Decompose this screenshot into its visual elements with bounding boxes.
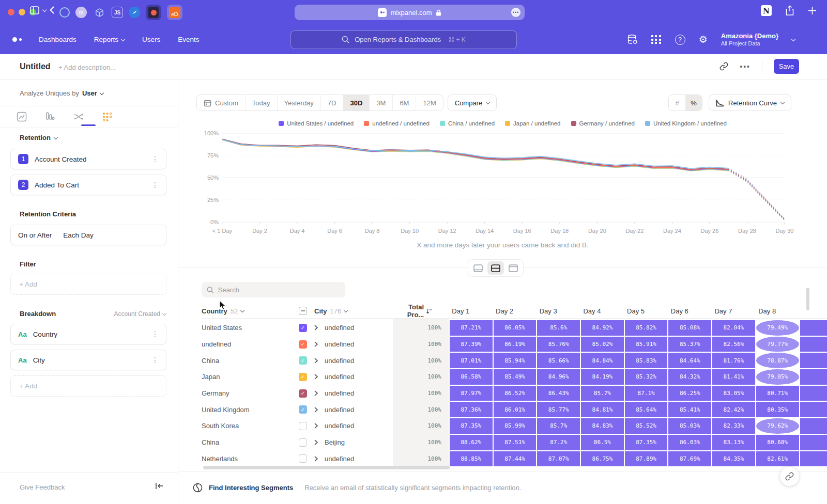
cell-retention-value[interactable]: 86.19% — [494, 337, 537, 352]
table-row[interactable]: United States✓undefined100%87.21%86.05%8… — [202, 320, 827, 336]
cell-retention-value[interactable]: 85.41% — [668, 402, 711, 417]
cell-retention-value[interactable]: 80.71% — [756, 386, 799, 401]
add-filter-button[interactable]: + Add — [10, 274, 166, 295]
nav-item-events[interactable]: Events — [178, 36, 199, 43]
kebab-menu-icon[interactable]: ⋮ — [151, 330, 159, 338]
kebab-menu-icon[interactable]: ⋮ — [151, 356, 159, 364]
help-icon[interactable]: ? — [675, 35, 685, 45]
table-row[interactable]: United Kingdom✓undefined100%87.36%86.01%… — [202, 402, 827, 417]
table-row[interactable]: China✓undefined100%87.01%85.94%85.66%84.… — [202, 353, 827, 368]
cell-retention-value[interactable]: 87.1% — [625, 386, 668, 401]
cell-retention-value[interactable]: 86.43% — [537, 386, 580, 401]
cell-retention-value[interactable]: 85.91% — [625, 337, 668, 352]
table-row[interactable]: Netherlandsundefined100%88.85%87.44%87.0… — [202, 451, 827, 467]
nav-item-users[interactable]: Users — [142, 36, 160, 43]
row-checkbox-checked[interactable]: ✓ — [299, 389, 307, 398]
series-line[interactable] — [222, 139, 728, 169]
cell-retention-value[interactable]: 84.35% — [712, 451, 755, 467]
range-3m[interactable]: 3M — [370, 95, 393, 111]
cell-retention-value[interactable]: 87.01% — [450, 353, 493, 368]
cell-retention-value[interactable]: 84.19% — [581, 369, 624, 385]
breakdown-city[interactable]: Aa City ⋮ — [10, 350, 166, 370]
column-header-total[interactable]: Total Pro... — [393, 303, 438, 319]
row-checkbox-checked[interactable]: ✓ — [299, 405, 307, 414]
segments-title[interactable]: Find Interesting Segments — [209, 484, 293, 492]
table-search[interactable] — [202, 282, 345, 297]
legend-item[interactable]: Japan / undefined — [505, 120, 560, 127]
cell-retention-value[interactable]: 87.51% — [494, 435, 537, 450]
table-row[interactable]: South Koreaundefined100%87.35%85.99%85.7… — [202, 418, 827, 434]
column-header-day-5[interactable]: Day 5 — [615, 307, 657, 315]
retention-line-chart[interactable]: 100%75%50%25%0%< 1 DayDay 2Day 4Day 6Day… — [202, 130, 801, 240]
collapse-sidebar-icon[interactable] — [155, 482, 163, 490]
table-row[interactable]: Germany✓undefined100%87.97%86.52%86.43%8… — [202, 386, 827, 401]
cell-retention-value[interactable]: 80.68% — [756, 435, 799, 450]
cell-retention-value[interactable]: 87.97% — [450, 386, 493, 401]
cell-retention-value[interactable]: 87.21% — [450, 320, 493, 336]
cell-retention-value[interactable]: 84.32% — [668, 369, 711, 385]
cell-retention-value[interactable]: 84.92% — [581, 320, 624, 336]
give-feedback-link[interactable]: Give Feedback — [20, 483, 65, 491]
cell-retention-value[interactable]: 87.36% — [450, 402, 493, 417]
layout-split-button[interactable] — [487, 261, 504, 275]
cell-retention-value[interactable]: 87.89% — [625, 451, 668, 467]
cell-retention-value[interactable]: 87.44% — [494, 451, 537, 467]
legend-item[interactable]: United States / undefined — [279, 120, 354, 127]
layout-chart-only-button[interactable] — [470, 261, 486, 275]
expand-chevron-icon[interactable] — [314, 390, 325, 396]
tab-flows[interactable] — [70, 109, 87, 124]
cell-retention-value[interactable]: 82.56% — [712, 337, 755, 352]
notion-extension-icon[interactable]: N — [761, 5, 772, 16]
pinned-tab-dark-icon[interactable] — [146, 5, 161, 20]
column-header-day-4[interactable]: Day 4 — [571, 307, 614, 315]
extension-globe-icon[interactable] — [129, 7, 140, 18]
cell-retention-value[interactable]: 85.08% — [668, 320, 711, 336]
analyze-value[interactable]: User — [82, 89, 97, 97]
cell-retention-value[interactable]: 85.03% — [668, 418, 711, 434]
cell-retention-value[interactable]: 87.39% — [450, 337, 493, 352]
legend-item[interactable]: undefined / undefined — [364, 120, 430, 127]
cell-retention-value[interactable]: 82.42% — [712, 402, 755, 417]
cell-retention-value[interactable]: 87.2% — [537, 435, 580, 450]
row-checkbox-checked[interactable]: ✓ — [299, 340, 307, 349]
step-event-name[interactable]: Added To Cart — [35, 181, 79, 189]
column-header-day-3[interactable]: Day 3 — [527, 307, 570, 315]
cell-retention-value[interactable]: 85.83% — [625, 353, 668, 368]
mixpanel-logo[interactable] — [12, 37, 22, 42]
data-management-icon[interactable] — [627, 34, 638, 45]
expand-chevron-icon[interactable] — [314, 439, 325, 445]
column-header-country[interactable]: Country 52 — [202, 307, 299, 315]
extension-cube-icon[interactable] — [93, 6, 106, 19]
report-description-placeholder[interactable]: + Add description... — [58, 64, 116, 71]
extension-m-icon[interactable]: m — [75, 7, 87, 18]
extension-ring-icon[interactable] — [59, 7, 70, 18]
retention-step-2[interactable]: 2 Added To Cart ⋮ — [10, 175, 166, 195]
cell-retention-value[interactable]: 85.32% — [625, 369, 668, 385]
column-header-day-8[interactable]: Day 8 — [746, 307, 789, 315]
minimize-window-button[interactable] — [19, 9, 25, 15]
range-12m[interactable]: 12M — [416, 95, 442, 111]
nav-item-dashboards[interactable]: Dashboards — [39, 36, 76, 43]
cell-retention-value[interactable]: 83.13% — [712, 435, 755, 450]
column-header-day-6[interactable]: Day 6 — [658, 307, 701, 315]
save-button[interactable]: Save — [774, 59, 799, 74]
kebab-menu-icon[interactable]: ⋮ — [151, 181, 159, 189]
expand-chevron-icon[interactable] — [314, 341, 325, 347]
cell-retention-value[interactable]: 85.77% — [537, 402, 580, 417]
cell-retention-value[interactable]: 84.84% — [581, 353, 624, 368]
share-icon[interactable] — [785, 5, 794, 16]
breakdown-scope-selector[interactable]: Account Created — [114, 310, 166, 318]
cell-retention-value[interactable]: 79.62% — [756, 418, 799, 434]
row-checkbox[interactable] — [299, 438, 307, 447]
cell-retention-value[interactable]: 84.81% — [581, 402, 624, 417]
vertical-scrollbar[interactable] — [806, 288, 809, 310]
range-7d[interactable]: 7D — [321, 95, 344, 111]
cell-retention-value[interactable]: 85.7% — [537, 418, 580, 434]
close-window-button[interactable] — [8, 9, 14, 15]
select-all-checkbox[interactable] — [299, 307, 307, 315]
range-custom[interactable]: Custom — [197, 95, 246, 111]
row-checkbox-checked[interactable]: ✓ — [299, 324, 307, 332]
expand-chevron-icon[interactable] — [314, 407, 325, 413]
cell-retention-value[interactable]: 81.76% — [712, 353, 755, 368]
cell-retention-value[interactable]: 85.99% — [494, 418, 537, 434]
